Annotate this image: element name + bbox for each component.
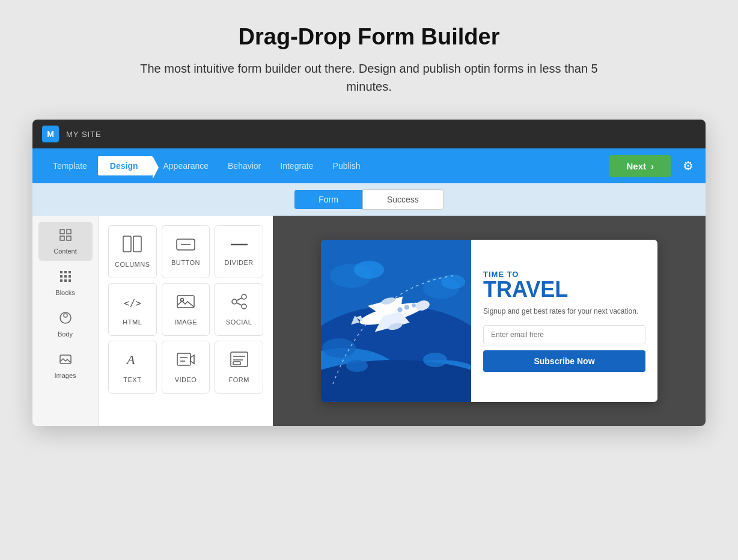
element-divider[interactable]: DIVIDER (215, 225, 263, 278)
svg-point-58 (423, 353, 447, 367)
title-bar: M MY SITE (32, 120, 706, 148)
body-icon (58, 311, 73, 328)
blocks-icon (58, 269, 73, 287)
svg-point-59 (346, 360, 368, 372)
image-icon (176, 293, 195, 314)
html-label: HTML (123, 318, 142, 326)
sidebar-content-label: Content (53, 248, 77, 255)
nav-steps: Template Design Appearance Behavior Inte… (44, 156, 609, 175)
html-icon: </> (123, 293, 142, 314)
svg-rect-12 (69, 279, 71, 282)
tab-success[interactable]: Success (362, 189, 444, 210)
preview-area: TIME TO TRAVEL Signup and get best rates… (273, 216, 706, 426)
columns-label: COLUMNS (115, 261, 150, 268)
nav-step-integrate[interactable]: Integrate (272, 161, 322, 171)
divider-icon (230, 237, 249, 254)
columns-icon (123, 236, 142, 256)
svg-rect-4 (60, 271, 63, 273)
form-image (321, 240, 471, 402)
site-name: MY SITE (66, 130, 102, 139)
sidebar-item-images[interactable]: Images (38, 346, 93, 385)
image-label: IMAGE (174, 318, 197, 326)
elements-panel: COLUMNS BUTTON DIVIDE (99, 216, 273, 426)
video-icon (176, 351, 195, 371)
social-label: SOCIAL (226, 318, 252, 326)
element-html[interactable]: </> HTML (108, 283, 157, 336)
svg-rect-11 (64, 279, 67, 282)
nav-step-behavior[interactable]: Behavior (219, 161, 269, 171)
element-text[interactable]: A TEXT (108, 341, 157, 394)
form-travel: TRAVEL (483, 279, 645, 300)
page-subtitle: The most intuitive form builder out ther… (129, 59, 609, 96)
svg-rect-30 (177, 353, 191, 365)
svg-line-27 (237, 298, 242, 300)
form-preview-card: TIME TO TRAVEL Signup and get best rates… (321, 240, 657, 402)
svg-rect-15 (60, 355, 71, 364)
sidebar-blocks-label: Blocks (55, 289, 75, 296)
app-window: M MY SITE Template Design Appearance Beh… (32, 120, 706, 426)
svg-rect-36 (233, 362, 240, 365)
svg-point-24 (232, 299, 237, 304)
text-icon: A (123, 351, 142, 371)
text-label: TEXT (123, 376, 141, 383)
divider-label: DIVIDER (225, 259, 254, 266)
svg-rect-9 (69, 275, 71, 278)
svg-rect-7 (60, 275, 63, 278)
svg-point-46 (322, 338, 356, 358)
button-label: BUTTON (171, 259, 200, 266)
form-content: TIME TO TRAVEL Signup and get best rates… (471, 240, 657, 402)
tab-bar: Form Success (32, 183, 706, 216)
email-input[interactable] (483, 325, 645, 344)
svg-rect-16 (123, 236, 131, 252)
sidebar-body-label: Body (58, 330, 73, 338)
element-social[interactable]: SOCIAL (215, 283, 263, 336)
sidebar: Content Blocks (32, 216, 99, 426)
next-button[interactable]: Next › (609, 155, 671, 177)
svg-point-41 (321, 360, 471, 402)
video-label: VIDEO (175, 376, 197, 383)
images-icon (58, 352, 73, 370)
svg-point-43 (354, 261, 384, 279)
next-arrow-icon: › (651, 161, 654, 171)
element-form[interactable]: FORM (215, 341, 263, 394)
subscribe-button[interactable]: Subscribe Now (483, 350, 645, 372)
social-icon (230, 293, 249, 314)
settings-icon[interactable]: ⚙ (683, 159, 694, 173)
form-icon (230, 351, 249, 371)
svg-rect-10 (60, 279, 63, 282)
form-label: FORM (228, 376, 249, 383)
svg-rect-22 (177, 296, 194, 308)
svg-rect-8 (64, 275, 67, 278)
svg-point-14 (64, 314, 67, 317)
nav-step-appearance[interactable]: Appearance (155, 161, 218, 171)
nav-bar: Template Design Appearance Behavior Inte… (32, 148, 706, 183)
svg-rect-3 (67, 236, 71, 240)
sidebar-item-body[interactable]: Body (38, 305, 93, 344)
element-columns[interactable]: COLUMNS (108, 225, 157, 278)
tab-form[interactable]: Form (294, 190, 362, 209)
nav-step-template[interactable]: Template (44, 161, 96, 171)
sidebar-images-label: Images (54, 372, 76, 379)
sidebar-item-blocks[interactable]: Blocks (38, 263, 93, 302)
element-button[interactable]: BUTTON (162, 225, 210, 278)
nav-step-design-active[interactable]: Design (98, 156, 153, 175)
svg-line-28 (237, 303, 242, 305)
svg-point-26 (242, 304, 246, 309)
form-description: Signup and get best rates for your next … (483, 306, 645, 317)
svg-point-25 (242, 294, 246, 299)
svg-text:</>: </> (124, 297, 141, 309)
app-logo: M (42, 126, 59, 142)
svg-rect-17 (133, 236, 141, 252)
button-icon (176, 237, 195, 254)
sidebar-item-content[interactable]: Content (38, 222, 93, 261)
element-video[interactable]: VIDEO (162, 341, 210, 394)
svg-point-45 (441, 275, 465, 289)
svg-rect-6 (69, 271, 71, 273)
svg-text:A: A (126, 352, 135, 367)
svg-rect-5 (64, 271, 67, 273)
nav-step-design-container[interactable]: Design (98, 156, 153, 175)
element-image[interactable]: IMAGE (162, 283, 210, 336)
nav-step-publish[interactable]: Publish (325, 161, 369, 171)
svg-rect-0 (60, 230, 64, 234)
page-title: Drag-Drop Form Builder (129, 24, 609, 50)
